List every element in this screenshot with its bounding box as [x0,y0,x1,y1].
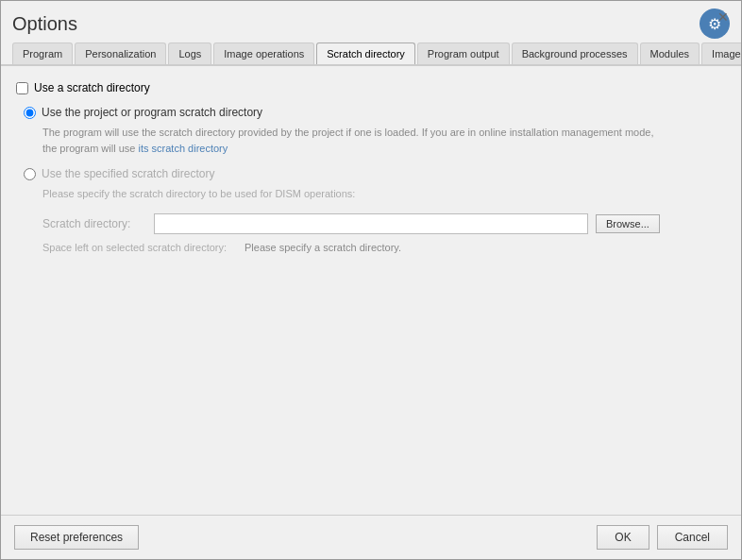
radio-project-help-line1: The program will use the scratch directo… [42,127,654,138]
tab-image-operations[interactable]: Image operations [213,42,314,64]
content-area: Use a scratch directory Use the project … [1,66,741,515]
radio-project[interactable] [24,107,36,119]
browse-button[interactable]: Browse... [596,214,660,233]
options-window: ✕ Options ⚙ Program Personalization Logs… [0,0,742,560]
ok-button[interactable]: OK [597,525,649,550]
radio-specified-label: Use the specified scratch directory [42,167,214,180]
scratch-radio-group: Use the project or program scratch direc… [24,106,726,253]
space-left-label: Space left on selected scratch directory… [42,242,241,253]
tabs-bar: Program Personalization Logs Image opera… [1,42,741,66]
radio-specified-help: Please specify the scratch directory to … [42,186,726,202]
radio-specified[interactable] [24,168,36,180]
tab-scratch-directory[interactable]: Scratch directory [316,42,415,66]
window-title: Options [12,13,77,35]
tab-program-output[interactable]: Program output [417,42,510,64]
radio-project-help-line2: the program will use its scratch directo… [42,143,228,154]
tab-background-processes[interactable]: Background processes [512,42,638,64]
radio-project-label: Use the project or program scratch direc… [42,106,262,119]
close-button[interactable]: ✕ [715,8,732,25]
tab-personalization[interactable]: Personalization [75,42,166,64]
radio-project-row: Use the project or program scratch direc… [24,106,726,119]
scratch-dir-input[interactable] [154,213,588,234]
tab-image-detection[interactable]: Image detection [701,42,741,64]
use-scratch-row: Use a scratch directory [16,81,726,94]
tab-modules[interactable]: Modules [640,42,700,64]
use-scratch-checkbox[interactable] [16,82,28,94]
radio-project-help: The program will use the scratch directo… [42,125,726,156]
title-bar: Options ⚙ [1,1,741,42]
footer: Reset preferences OK Cancel [1,515,741,559]
cancel-button[interactable]: Cancel [657,525,728,550]
scratch-section: Use a scratch directory Use the project … [16,81,726,253]
footer-buttons: OK Cancel [597,525,728,550]
scratch-dir-row: Scratch directory: Browse... [42,213,726,234]
scratch-dir-label: Scratch directory: [42,217,146,230]
radio-specified-row: Use the specified scratch directory [24,167,726,180]
reset-preferences-button[interactable]: Reset preferences [14,525,139,550]
use-scratch-label: Use a scratch directory [34,81,150,94]
tab-logs[interactable]: Logs [168,42,211,64]
space-left-row: Space left on selected scratch directory… [42,242,726,253]
tab-program[interactable]: Program [12,42,73,64]
space-left-value: Please specify a scratch directory. [245,242,401,253]
